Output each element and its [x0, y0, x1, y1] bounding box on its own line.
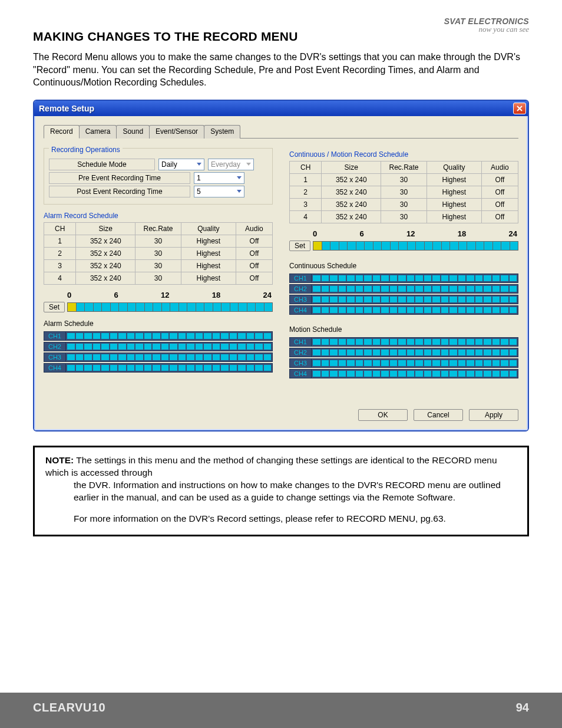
ok-button[interactable]: OK	[358, 409, 408, 421]
alarm-timeline-bar[interactable]	[67, 302, 273, 312]
channel-label: CH3	[289, 358, 312, 368]
brand-sub: now you can see	[444, 25, 529, 34]
recording-operations-group: Recording Operations Schedule Mode Daily…	[44, 148, 273, 205]
apply-button[interactable]: Apply	[469, 409, 518, 421]
tab-system[interactable]: System	[204, 125, 240, 139]
dialog-titlebar: Remote Setup	[34, 101, 528, 116]
cont-motion-table: CH Size Rec.Rate Quality Audio 1352 x 24…	[289, 161, 518, 223]
alarm-record-schedule-legend: Alarm Record Schedule	[44, 212, 273, 220]
footer-page: 94	[516, 701, 529, 714]
channel-label: CH2	[44, 342, 66, 351]
table-row[interactable]: 4352 x 24030HighestOff	[290, 210, 518, 223]
tab-bar: Record Camera Sound Event/Sensor System	[44, 124, 518, 139]
alarm-schedule-label: Alarm Schedule	[44, 319, 273, 328]
schedule-bar-ch1[interactable]	[312, 274, 518, 283]
continuous-schedule-label: Continuous Schedule	[289, 262, 518, 270]
post-event-label: Post Event Recording Time	[49, 186, 190, 197]
tab-camera[interactable]: Camera	[79, 125, 117, 139]
post-event-select[interactable]: 5	[194, 186, 244, 197]
schedule-bar-ch2[interactable]	[66, 342, 273, 351]
table-header-row: CH Size Rec.Rate Quality Audio	[44, 222, 273, 235]
chevron-down-icon	[197, 163, 201, 166]
chevron-down-icon	[246, 163, 251, 166]
channel-label: CH1	[289, 337, 312, 347]
continuous-schedule-block: CH1 CH2 CH3 CH4	[289, 274, 518, 315]
note-text-1a: The settings in this menu and the method…	[45, 455, 497, 477]
close-button[interactable]	[513, 103, 526, 114]
note-text-2: For more information on the DVR's Record…	[45, 513, 517, 525]
timeline-labels: 06121824	[313, 229, 517, 238]
table-row[interactable]: 3352 x 24030HighestOff	[44, 259, 273, 272]
motion-schedule-block: CH1 CH2 CH3 CH4	[289, 337, 518, 378]
table-row[interactable]: 1352 x 24030HighestOff	[44, 235, 273, 247]
channel-label: CH4	[289, 305, 312, 315]
table-header-row: CH Size Rec.Rate Quality Audio	[290, 161, 518, 173]
close-icon	[516, 105, 523, 112]
schedule-bar-ch1[interactable]	[66, 331, 273, 341]
schedule-bar-ch3[interactable]	[312, 358, 518, 368]
note-text-1b: the DVR. Information and instructions on…	[45, 479, 517, 504]
dialog-title: Remote Setup	[39, 104, 94, 113]
channel-label: CH1	[44, 331, 66, 341]
schedule-mode-select[interactable]: Daily	[158, 159, 204, 170]
table-row[interactable]: 1352 x 24030HighestOff	[290, 173, 518, 186]
cancel-button[interactable]: Cancel	[414, 409, 463, 421]
cont-set-button[interactable]: Set	[289, 241, 310, 251]
motion-schedule-label: Motion Schedule	[289, 325, 518, 334]
table-row[interactable]: 2352 x 24030HighestOff	[44, 247, 273, 259]
channel-label: CH4	[289, 369, 312, 378]
remote-setup-dialog: Remote Setup Record Camera Sound Event/S…	[33, 100, 529, 431]
schedule-bar-ch4[interactable]	[66, 363, 273, 373]
channel-label: CH3	[44, 353, 66, 362]
table-row[interactable]: 4352 x 24030HighestOff	[44, 272, 273, 284]
page-footer: CLEARVU10 94	[0, 693, 562, 723]
channel-label: CH3	[289, 295, 312, 304]
schedule-bar-ch4[interactable]	[312, 369, 518, 378]
channel-label: CH4	[44, 363, 66, 373]
table-row[interactable]: 2352 x 24030HighestOff	[290, 186, 518, 198]
chevron-down-icon	[237, 190, 242, 193]
intro-paragraph: The Record Menu allows you to make the s…	[33, 51, 529, 89]
alarm-record-table: CH Size Rec.Rate Quality Audio 1352 x 24…	[44, 222, 273, 285]
timeline-labels: 06121824	[67, 291, 272, 299]
tab-record[interactable]: Record	[44, 125, 80, 139]
tab-event-sensor[interactable]: Event/Sensor	[149, 125, 204, 139]
pre-event-select[interactable]: 1	[194, 172, 244, 184]
channel-label: CH1	[289, 274, 312, 283]
schedule-mode-label: Schedule Mode	[49, 159, 155, 170]
schedule-bar-ch4[interactable]	[312, 305, 518, 315]
chevron-down-icon	[237, 176, 242, 179]
footer-model: CLEARVU10	[33, 701, 105, 714]
schedule-bar-ch1[interactable]	[312, 337, 518, 347]
alarm-schedule-block: CH1 CH2 CH3 CH4	[44, 331, 273, 373]
tab-sound[interactable]: Sound	[116, 125, 150, 139]
schedule-bar-ch2[interactable]	[312, 348, 518, 357]
table-row[interactable]: 3352 x 24030HighestOff	[290, 198, 518, 210]
schedule-bar-ch3[interactable]	[66, 353, 273, 362]
channel-label: CH2	[289, 284, 312, 294]
cont-motion-legend: Continuous / Motion Record Schedule	[289, 150, 518, 159]
pre-event-label: Pre Event Recording Time	[49, 172, 190, 184]
schedule-day-select: Everyday	[208, 159, 254, 170]
cont-timeline-bar[interactable]	[313, 241, 518, 251]
alarm-set-button[interactable]: Set	[44, 302, 65, 312]
note-lead: NOTE:	[45, 455, 74, 465]
recording-operations-legend: Recording Operations	[49, 146, 123, 154]
schedule-bar-ch2[interactable]	[312, 284, 518, 294]
note-box: NOTE: The settings in this menu and the …	[33, 446, 529, 537]
schedule-bar-ch3[interactable]	[312, 295, 518, 304]
channel-label: CH2	[289, 348, 312, 357]
